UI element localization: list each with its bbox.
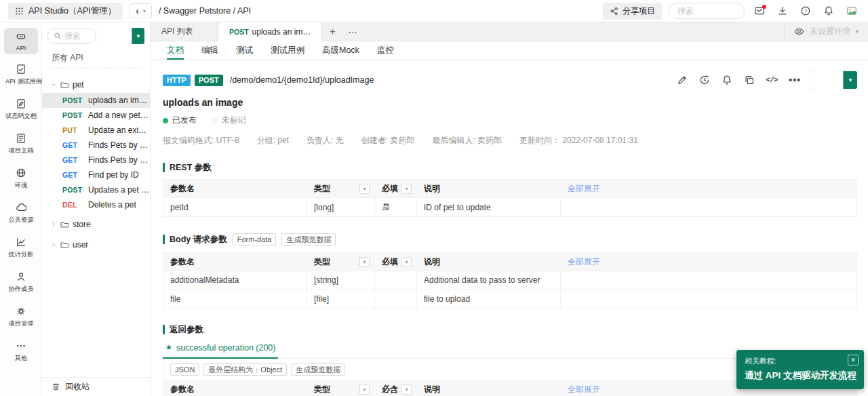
subtab-2[interactable]: 编辑 xyxy=(201,41,218,60)
subtab-6[interactable]: 监控 xyxy=(377,41,394,60)
tag-status[interactable]: ☆ 未标记 xyxy=(210,115,246,126)
chevron-down-icon xyxy=(50,81,57,88)
api-name: Deletes a pet xyxy=(88,200,136,210)
param-cell xyxy=(375,271,417,289)
group-name: user xyxy=(73,240,88,250)
chevron-down-icon[interactable]: ▼ xyxy=(132,28,144,44)
expand-all-link[interactable]: 全部展开 xyxy=(568,256,600,268)
published-dot-icon xyxy=(163,118,168,123)
filter-dropdown[interactable]: ▾ xyxy=(359,257,370,267)
expand-all-link[interactable]: 全部展开 xyxy=(568,384,600,395)
tree-group-pet[interactable]: pet xyxy=(42,77,150,93)
meta-item: 报文编码格式: UTF-8 xyxy=(163,135,239,146)
api-tree-item[interactable]: GETFinds Pets by status xyxy=(42,138,150,153)
topbar: API Studio（API管理） ‹ ▾ / Swagger Petstore… xyxy=(0,0,868,22)
api-tree-item[interactable]: POSTAdd a new pet to the store xyxy=(42,108,150,123)
env-label: 未设置环境 xyxy=(810,26,850,37)
subtab-3[interactable]: 测试 xyxy=(236,41,253,60)
api-path: /demo/demo1/{demo1Id}/uploadImage xyxy=(230,75,374,85)
rail-item-api[interactable]: API xyxy=(4,28,38,54)
api-tree-item[interactable]: GETFind pet by ID xyxy=(42,167,150,182)
response-tab-200[interactable]: ★ successful operation (200) xyxy=(163,343,278,359)
rail-item-label: 状态码文档 xyxy=(5,112,37,121)
filter-dropdown[interactable]: ▾ xyxy=(359,184,370,194)
copy-button[interactable] xyxy=(744,75,755,85)
tab-more-button[interactable]: ⋯ xyxy=(342,22,363,41)
subtab-4[interactable]: 测试用例 xyxy=(271,41,304,60)
rail-item-status-doc[interactable]: 状态码文档 xyxy=(4,95,38,123)
rail-item-project-settings[interactable]: 项目管理 xyxy=(4,302,38,331)
api-icon xyxy=(4,31,38,42)
filter-dropdown[interactable]: ▾ xyxy=(401,257,412,267)
env-selector[interactable]: 未设置环境 ▾ xyxy=(784,22,868,41)
generate-preview-button[interactable]: 生成预览数据 xyxy=(281,233,336,245)
tab-api-doc[interactable]: POST uploads an im… xyxy=(218,22,322,41)
left-rail: APIAPI 测试用例状态码文档项目文档环境公共资源统计分析协作成员项目管理其他 xyxy=(0,22,42,396)
api-tree-item[interactable]: POSTUpdates a pet in the store… xyxy=(42,182,150,197)
subscribe-bell-button[interactable] xyxy=(722,75,732,85)
rail-item-more[interactable]: 其他 xyxy=(4,337,38,365)
filter-dropdown[interactable]: ▾ xyxy=(401,184,412,194)
user-avatar[interactable] xyxy=(844,3,860,19)
filter-dropdown[interactable]: ▾ xyxy=(359,384,370,395)
api-tree-item[interactable]: GETFinds Pets by tags xyxy=(42,153,150,167)
edit-button[interactable] xyxy=(677,75,688,85)
param-cell xyxy=(561,271,856,289)
all-api-label[interactable]: 所有 API xyxy=(42,48,150,68)
history-button[interactable] xyxy=(699,75,710,85)
bell-button[interactable] xyxy=(821,3,837,19)
expand-all-link[interactable]: 全部展开 xyxy=(568,183,600,195)
chevron-right-icon xyxy=(50,241,57,248)
rail-item-analytics[interactable]: 统计分析 xyxy=(4,233,38,262)
download-button[interactable] xyxy=(774,3,791,19)
back-icon: ‹ xyxy=(136,6,139,16)
rail-item-test-case[interactable]: API 测试用例 xyxy=(4,60,38,89)
meta-item: 创建者: 卖药郎 xyxy=(361,135,415,146)
add-api-button[interactable]: + API ▼ xyxy=(100,28,144,44)
api-tree-item[interactable]: PUTUpdate an existing pet xyxy=(42,123,150,138)
rail-item-label: API xyxy=(5,44,37,51)
protocol-badge: HTTP xyxy=(163,75,191,86)
global-search-input[interactable] xyxy=(669,3,745,19)
lightning-icon xyxy=(824,71,832,79)
filter-dropdown[interactable]: ▾ xyxy=(401,384,412,395)
param-cell: [file] xyxy=(307,290,375,308)
share-project-button[interactable]: 分享项目 xyxy=(603,3,662,20)
app-switcher-button[interactable]: API Studio（API管理） xyxy=(8,3,123,20)
sidebar-controls: + API ▼ xyxy=(42,22,150,48)
rail-item-members[interactable]: 协作成员 xyxy=(4,268,38,296)
api-search-input[interactable] xyxy=(64,31,90,41)
rail-item-environment[interactable]: 环境 xyxy=(4,164,38,193)
api-tree-item[interactable]: DELDeletes a pet xyxy=(42,197,150,212)
more-actions-button[interactable]: ••• xyxy=(789,75,801,85)
api-tree-item[interactable]: POSTuploads an image xyxy=(42,93,150,108)
help-button[interactable]: ? xyxy=(797,3,814,19)
subtab-1[interactable]: 文档 xyxy=(167,41,184,60)
method-label: POST xyxy=(62,96,88,104)
back-button[interactable]: ‹ ▾ xyxy=(130,3,152,18)
column-header: 参数名 xyxy=(163,381,307,396)
group-name: store xyxy=(73,220,91,229)
method-label: DEL xyxy=(62,201,88,209)
recycle-bin-button[interactable]: 回收站 xyxy=(42,377,150,396)
meta-row: 报文编码格式: UTF-8分组: pet负责人: 无创建者: 卖药郎最后编辑人:… xyxy=(163,135,857,146)
body-params-section: Body 请求参数 Form-data 生成预览数据 参数名类型▾必填▾说明全部… xyxy=(163,233,857,309)
rail-item-shared-resource[interactable]: 公共资源 xyxy=(4,199,38,227)
chevron-down-icon[interactable]: ▼ xyxy=(843,71,857,89)
rail-item-project-doc[interactable]: 项目文档 xyxy=(4,130,38,158)
tree-group-store[interactable]: store xyxy=(42,216,150,233)
api-header-row: HTTP POST /demo/demo1/{demo1Id}/uploadIm… xyxy=(163,71,857,89)
method-badge: POST xyxy=(195,75,223,86)
body-type-tag: Form-data xyxy=(233,233,277,245)
section-title: 返回参数 xyxy=(163,325,203,334)
test-button[interactable]: 测试 ▼ xyxy=(812,71,857,89)
subtab-5[interactable]: 高级Mock xyxy=(322,41,359,60)
add-tab-button[interactable]: ＋ xyxy=(322,22,342,41)
code-button[interactable]: </> xyxy=(766,76,778,84)
generate-preview-button[interactable]: 生成预览数据 xyxy=(291,363,345,376)
folder-icon xyxy=(60,81,69,90)
message-button[interactable] xyxy=(751,3,768,19)
tab-api-list[interactable]: API 列表 xyxy=(151,22,218,41)
api-search[interactable] xyxy=(47,28,96,44)
tree-group-user[interactable]: user xyxy=(42,237,150,253)
